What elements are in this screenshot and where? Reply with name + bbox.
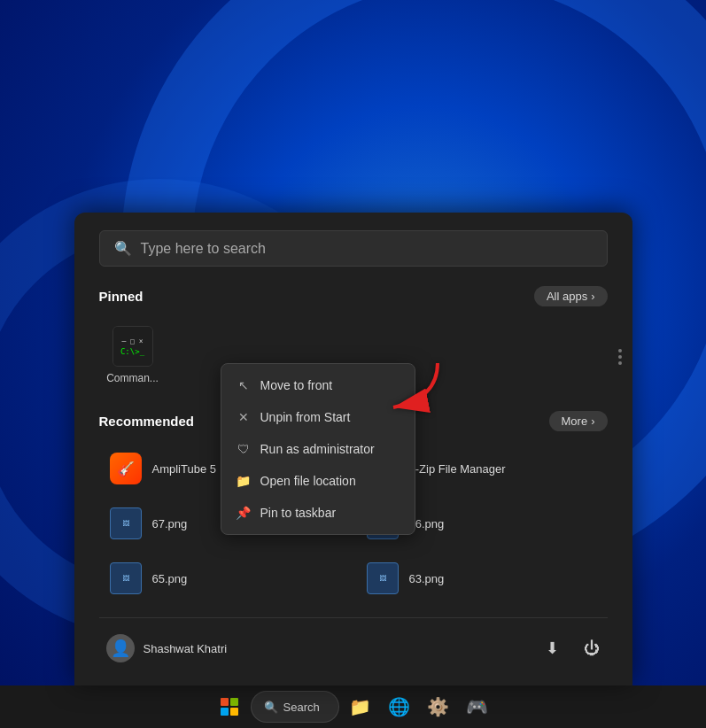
- all-apps-button[interactable]: All apps ›: [534, 286, 608, 306]
- windows-logo-icon: [221, 698, 238, 716]
- 63png-label: 63.png: [409, 572, 445, 585]
- chrome-taskbar[interactable]: 🌐: [382, 689, 417, 724]
- three-dots-menu[interactable]: [615, 345, 625, 368]
- more-button[interactable]: More ›: [549, 411, 608, 431]
- xbox-icon: 🎮: [466, 696, 488, 717]
- taskbar-search-icon: 🔍: [264, 701, 278, 714]
- amplitube-icon: 🎸: [110, 453, 142, 484]
- search-bar[interactable]: 🔍 Type here to search: [99, 230, 608, 267]
- 7zip-label: 7-Zip File Manager: [409, 462, 506, 476]
- context-menu-item-run-admin[interactable]: 🛡 Run as administrator: [221, 433, 415, 465]
- username: Shashwat Khatri: [144, 642, 228, 655]
- taskbar-search-label: Search: [283, 701, 320, 714]
- move-to-front-label: Move to front: [260, 378, 333, 392]
- xbox-taskbar[interactable]: 🎮: [460, 689, 495, 724]
- 65png-icon: 🖼: [110, 562, 142, 594]
- context-menu-item-unpin[interactable]: ✕ Unpin from Start: [221, 401, 415, 433]
- 67png-icon: 🖼: [110, 507, 142, 539]
- open-location-label: Open file location: [260, 474, 356, 488]
- move-to-front-icon: ↖: [236, 377, 252, 393]
- run-admin-label: Run as administrator: [260, 442, 375, 456]
- start-menu: 🔍 Type here to search Pinned All apps › …: [74, 213, 632, 685]
- avatar: 👤: [106, 634, 135, 662]
- file-explorer-taskbar[interactable]: 📁: [343, 689, 378, 724]
- download-button[interactable]: ⬇: [537, 632, 569, 664]
- pinned-title: Pinned: [99, 289, 144, 304]
- search-placeholder: Type here to search: [141, 241, 266, 257]
- file-explorer-icon: 📁: [349, 696, 371, 717]
- 65png-label: 65.png: [152, 572, 188, 585]
- 63png-icon: 🖼: [367, 562, 399, 594]
- dot1: [618, 349, 622, 352]
- dot3: [618, 361, 622, 365]
- shield-icon: 🛡: [236, 441, 252, 457]
- command-prompt-icon-box: ─ □ × C:\>_: [112, 326, 153, 367]
- context-menu: ↖ Move to front ✕ Unpin from Start 🛡 Run…: [221, 363, 415, 535]
- context-menu-item-open-location[interactable]: 📁 Open file location: [221, 465, 415, 497]
- amplitube-label: AmpliTube 5: [152, 462, 217, 476]
- taskbar: 🔍 Search 📁 🌐 ⚙️ 🎮: [0, 685, 706, 728]
- unpin-icon: ✕: [236, 409, 252, 425]
- unpin-label: Unpin from Start: [260, 410, 351, 424]
- pinned-app-command-prompt[interactable]: ─ □ × C:\>_ Comman...: [99, 319, 167, 391]
- chrome-icon: 🌐: [388, 696, 410, 717]
- command-prompt-label: Comman...: [106, 372, 159, 384]
- recommended-title: Recommended: [99, 414, 195, 429]
- context-menu-item-pin-taskbar[interactable]: 📌 Pin to taskbar: [221, 497, 415, 529]
- footer-actions: ⬇ ⏻: [537, 632, 608, 664]
- user-profile[interactable]: 👤 Shashwat Khatri: [99, 629, 235, 668]
- settings-icon: ⚙️: [427, 696, 449, 717]
- start-menu-footer: 👤 Shashwat Khatri ⬇ ⏻: [99, 617, 608, 668]
- pinned-section-header: Pinned All apps ›: [99, 286, 608, 306]
- power-button[interactable]: ⏻: [576, 632, 608, 664]
- folder-icon: 📁: [236, 473, 252, 489]
- rec-item-63png[interactable]: 🖼 63.png: [356, 554, 608, 603]
- cmd-icon: ─ □ × C:\>_: [113, 327, 152, 366]
- dot2: [618, 355, 622, 359]
- taskbar-search[interactable]: 🔍 Search: [251, 691, 339, 723]
- context-menu-item-move-to-front[interactable]: ↖ Move to front: [221, 369, 415, 401]
- settings-taskbar[interactable]: ⚙️: [421, 689, 456, 724]
- rec-item-65png[interactable]: 🖼 65.png: [99, 554, 351, 603]
- pin-icon: 📌: [236, 505, 252, 521]
- search-icon: 🔍: [114, 240, 132, 257]
- pin-taskbar-label: Pin to taskbar: [260, 506, 337, 520]
- start-button[interactable]: [212, 689, 247, 724]
- 67png-label: 67.png: [152, 517, 188, 531]
